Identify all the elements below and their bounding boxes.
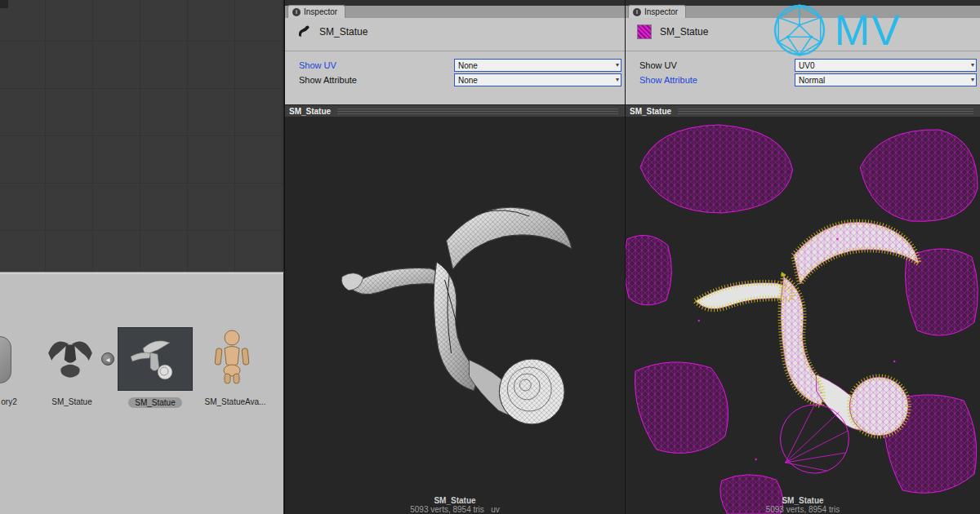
panel-divider bbox=[0, 273, 283, 274]
project-browser: ory2 SM_Statue ◂ bbox=[0, 272, 284, 514]
preview-mesh-name: SM_Statue bbox=[626, 496, 980, 505]
scene-view[interactable] bbox=[0, 0, 284, 272]
show-attribute-dropdown[interactable]: None ▾ bbox=[454, 73, 621, 86]
chevron-down-icon: ▾ bbox=[616, 77, 619, 83]
uv-preview[interactable]: SM_Statue 5093 verts, 8954 tris bbox=[626, 117, 980, 514]
tab-inspector[interactable]: i Inspector bbox=[628, 5, 686, 18]
asset-thumbnail-capsule[interactable] bbox=[0, 336, 11, 383]
property-label-show-attribute: Show Attribute bbox=[299, 75, 454, 85]
tab-label: Inspector bbox=[644, 7, 678, 16]
tab-bar: i Inspector bbox=[285, 0, 625, 18]
statue-render bbox=[285, 117, 625, 514]
property-row: Show Attribute None ▾ bbox=[285, 73, 625, 87]
preview-mesh-stats: 5093 verts, 8954 tris bbox=[626, 505, 980, 514]
preview-header[interactable]: SM_Statue bbox=[626, 104, 980, 117]
app-window: ory2 SM_Statue ◂ bbox=[0, 0, 980, 514]
mv-logo: MV bbox=[773, 3, 902, 57]
tab-label: Inspector bbox=[304, 7, 337, 16]
preview-mesh-stats: 5093 verts, 8954 tris uv bbox=[285, 505, 625, 514]
mini-statue-render bbox=[118, 328, 192, 390]
inspector-panel-left: i Inspector SM_Statue Show UV None ▾ Sho… bbox=[284, 0, 625, 514]
property-label-show-attribute: Show Attribute bbox=[639, 75, 795, 85]
inspector-panel-right: i Inspector SM_Statue Show UV UV0 ▾ Show… bbox=[625, 0, 980, 514]
show-uv-dropdown[interactable]: UV0 ▾ bbox=[795, 59, 977, 72]
subasset-toggle-glyph: ◂ bbox=[105, 355, 109, 364]
dropdown-value: None bbox=[458, 76, 478, 85]
drag-handle bbox=[337, 109, 618, 114]
asset-label-selected: SM_Statue bbox=[114, 397, 196, 408]
tab-inspector[interactable]: i Inspector bbox=[287, 5, 345, 18]
chevron-down-icon: ▾ bbox=[971, 77, 974, 83]
property-list: Show UV UV0 ▾ Show Attribute Normal ▾ bbox=[626, 51, 980, 104]
property-row: Show UV None ▾ bbox=[285, 58, 625, 73]
scene-corner bbox=[0, 0, 8, 8]
chevron-down-icon: ▾ bbox=[971, 62, 974, 69]
dropdown-value: Normal bbox=[799, 76, 825, 85]
dropdown-value: None bbox=[458, 61, 478, 70]
preview-mesh-name: SM_Statue bbox=[285, 496, 625, 505]
asset-thumbnail-statue[interactable] bbox=[42, 331, 98, 388]
logo-text: MV bbox=[835, 6, 902, 55]
asset-label: SM_StatueAva... bbox=[196, 397, 274, 406]
subasset-toggle-icon[interactable]: ◂ bbox=[101, 352, 114, 366]
show-attribute-dropdown[interactable]: Normal ▾ bbox=[795, 73, 977, 86]
info-icon: i bbox=[292, 8, 301, 16]
property-row: Show Attribute Normal ▾ bbox=[626, 73, 980, 87]
property-label-show-uv: Show UV bbox=[299, 60, 454, 70]
property-label-show-uv: Show UV bbox=[639, 60, 795, 70]
dropdown-value: UV0 bbox=[799, 61, 814, 70]
chevron-down-icon: ▾ bbox=[616, 62, 619, 69]
inspector-header: SM_Statue bbox=[285, 18, 625, 46]
property-list: Show UV None ▾ Show Attribute None ▾ bbox=[285, 51, 625, 104]
asset-thumbnail-mesh-selected[interactable] bbox=[118, 327, 193, 391]
info-icon: i bbox=[633, 8, 641, 16]
preview-info: SM_Statue 5093 verts, 8954 tris uv bbox=[285, 496, 625, 514]
show-uv-dropdown[interactable]: None ▾ bbox=[454, 59, 621, 72]
texture-asset-icon bbox=[637, 24, 652, 39]
asset-thumbnail-avatar[interactable] bbox=[206, 328, 258, 388]
uv-render bbox=[626, 117, 980, 514]
asset-title: SM_Statue bbox=[660, 26, 708, 38]
property-row: Show UV UV0 ▾ bbox=[626, 58, 980, 73]
preview-title: SM_Statue bbox=[630, 107, 671, 116]
mesh-asset-icon bbox=[296, 24, 311, 39]
geodesic-sphere-icon bbox=[773, 3, 826, 57]
asset-title: SM_Statue bbox=[319, 26, 368, 38]
asset-label: ory2 bbox=[0, 397, 29, 406]
drag-handle bbox=[678, 109, 973, 114]
avatar-mannequin-icon bbox=[206, 328, 258, 385]
winged-statue-icon bbox=[42, 331, 98, 385]
preview-header[interactable]: SM_Statue bbox=[285, 104, 625, 117]
preview-title: SM_Statue bbox=[289, 107, 331, 116]
asset-label: SM_Statue bbox=[36, 397, 108, 406]
preview-info: SM_Statue 5093 verts, 8954 tris bbox=[626, 496, 980, 514]
mesh-preview[interactable]: SM_Statue 5093 verts, 8954 tris uv bbox=[285, 117, 625, 514]
